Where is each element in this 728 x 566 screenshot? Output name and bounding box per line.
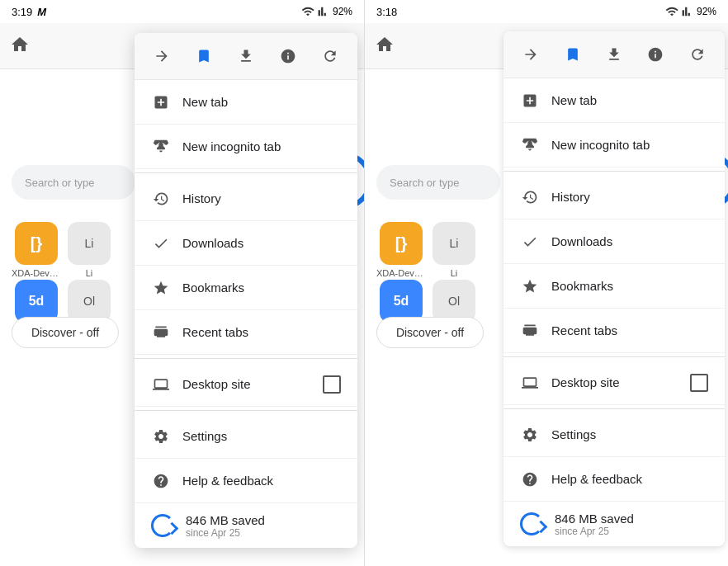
recent-tabs-icon-right bbox=[520, 321, 540, 341]
battery-right: 92% bbox=[697, 6, 716, 17]
desktop-checkbox-left[interactable] bbox=[323, 375, 341, 394]
menu-refresh-icon[interactable] bbox=[315, 41, 345, 71]
menu-item-bookmarks-right[interactable]: Bookmarks bbox=[503, 264, 725, 309]
desktop-icon-left bbox=[151, 375, 171, 394]
help-label-right: Help & feedback bbox=[551, 472, 708, 486]
menu-item-incognito-right[interactable]: New incognito tab bbox=[503, 123, 725, 167]
divider2-left bbox=[135, 358, 357, 359]
saved-sub-left: since Apr 25 bbox=[186, 527, 265, 539]
incognito-label-right: New incognito tab bbox=[551, 138, 708, 152]
savings-icon-right bbox=[520, 512, 543, 535]
recent-tabs-label-right: Recent tabs bbox=[551, 323, 708, 337]
new-tab-icon-right bbox=[520, 91, 540, 111]
menu-item-bookmarks-left[interactable]: Bookmarks bbox=[135, 266, 357, 310]
xda-icon-left: [} bbox=[15, 222, 58, 265]
menu-item-incognito-left[interactable]: New incognito tab bbox=[135, 125, 357, 169]
menu-item-history-left[interactable]: History bbox=[135, 177, 357, 221]
status-bar-right: 3:18 92% bbox=[365, 0, 728, 23]
saved-sub-right: since Apr 25 bbox=[555, 526, 634, 537]
divider1-left bbox=[135, 172, 357, 173]
menu-item-desktop-right[interactable]: Desktop site bbox=[503, 361, 725, 405]
search-bar-right[interactable]: Search or type bbox=[376, 165, 500, 200]
discover-btn-left[interactable]: Discover - off bbox=[12, 317, 119, 348]
menu-item-downloads-left[interactable]: Downloads bbox=[135, 221, 357, 266]
xda-label-right: XDA-Devel... bbox=[376, 268, 426, 278]
incognito-icon-left bbox=[151, 137, 171, 157]
discover-label-right: Discover - off bbox=[396, 326, 464, 339]
saved-text-left: 846 MB saved since Apr 25 bbox=[186, 513, 265, 539]
dropdown-menu-left: New tab New incognito tab History Downlo… bbox=[135, 33, 357, 548]
settings-label-left: Settings bbox=[182, 429, 341, 443]
new-tab-label-right: New tab bbox=[551, 93, 708, 107]
menu-item-recent-tabs-left[interactable]: Recent tabs bbox=[135, 310, 357, 355]
menu-info-icon-right[interactable] bbox=[641, 40, 670, 69]
dropdown-menu-right: New tab New incognito tab History Downlo… bbox=[503, 31, 725, 546]
menu-item-downloads-right[interactable]: Downloads bbox=[503, 219, 725, 264]
search-bar-left[interactable]: Search or type bbox=[12, 165, 135, 200]
divider2-right bbox=[503, 356, 725, 357]
li-label-left: Li bbox=[86, 268, 93, 278]
desktop-icon-right bbox=[520, 373, 540, 393]
phone-panel-right: 3:18 92% Search or type [} XDA-Devel... … bbox=[364, 0, 728, 566]
shortcut-xda-left[interactable]: [} XDA-Devel... bbox=[12, 222, 61, 278]
bookmarks-icon-right bbox=[520, 276, 540, 296]
settings-icon-left bbox=[151, 427, 171, 446]
carrier-icon-left: M bbox=[37, 6, 46, 18]
li-icon-right: Li bbox=[433, 222, 475, 265]
shortcut-li-right[interactable]: Li Li bbox=[433, 222, 475, 278]
help-icon-right bbox=[520, 469, 540, 489]
menu-download-icon[interactable] bbox=[231, 41, 261, 71]
li-icon-left: Li bbox=[68, 222, 111, 265]
menu-bookmark-icon-right[interactable] bbox=[558, 40, 588, 69]
downloads-label-right: Downloads bbox=[551, 234, 708, 248]
menu-refresh-icon-right[interactable] bbox=[683, 40, 712, 69]
menu-info-icon[interactable] bbox=[273, 41, 303, 71]
menu-forward-icon[interactable] bbox=[147, 41, 177, 71]
signal-icon bbox=[318, 5, 329, 18]
menu-download-icon-right[interactable] bbox=[599, 40, 629, 69]
incognito-label-left: New incognito tab bbox=[182, 139, 341, 153]
menu-item-help-left[interactable]: Help & feedback bbox=[135, 459, 357, 503]
status-time-left: 3:19 M bbox=[12, 6, 46, 18]
bookmarks-icon-left bbox=[151, 278, 171, 298]
li-label-right: Li bbox=[451, 268, 458, 278]
xda-label-left: XDA-Devel... bbox=[12, 268, 61, 278]
shortcut-grid-left: [} XDA-Devel... Li Li bbox=[12, 222, 111, 278]
desktop-label-right: Desktop site bbox=[551, 375, 678, 389]
menu-bookmark-icon[interactable] bbox=[189, 41, 219, 71]
divider3-right bbox=[503, 408, 725, 409]
status-icons-left: 92% bbox=[301, 5, 352, 18]
divider3-left bbox=[135, 410, 357, 411]
new-tab-icon-left bbox=[151, 92, 171, 112]
home-icon-left[interactable] bbox=[10, 35, 30, 58]
incognito-icon-right bbox=[520, 135, 540, 155]
savings-icon-left bbox=[151, 514, 174, 537]
history-label-right: History bbox=[551, 190, 708, 204]
menu-item-recent-tabs-right[interactable]: Recent tabs bbox=[503, 309, 725, 353]
battery-left: 92% bbox=[333, 6, 352, 17]
bookmarks-label-left: Bookmarks bbox=[182, 281, 341, 295]
menu-toolbar-left bbox=[135, 33, 357, 80]
discover-btn-right[interactable]: Discover - off bbox=[376, 317, 484, 348]
history-icon-right bbox=[520, 187, 540, 207]
menu-forward-icon-right[interactable] bbox=[516, 40, 546, 69]
shortcut-xda-right[interactable]: [} XDA-Devel... bbox=[376, 222, 426, 278]
menu-item-settings-right[interactable]: Settings bbox=[503, 413, 725, 457]
wifi-icon bbox=[301, 5, 314, 18]
menu-item-history-right[interactable]: History bbox=[503, 175, 725, 219]
shortcut-li-left[interactable]: Li Li bbox=[68, 222, 111, 278]
menu-item-new-tab-left[interactable]: New tab bbox=[135, 80, 357, 125]
downloads-icon-right bbox=[520, 232, 540, 252]
downloads-label-left: Downloads bbox=[182, 236, 341, 250]
desktop-checkbox-right[interactable] bbox=[690, 374, 708, 392]
new-tab-label-left: New tab bbox=[182, 95, 341, 109]
status-icons-right: 92% bbox=[665, 5, 716, 18]
shortcut-grid-right: [} XDA-Devel... Li Li bbox=[376, 222, 475, 278]
home-icon-right[interactable] bbox=[375, 35, 395, 58]
menu-item-saved-right: 846 MB saved since Apr 25 bbox=[503, 502, 725, 546]
menu-item-help-right[interactable]: Help & feedback bbox=[503, 457, 725, 502]
menu-item-desktop-left[interactable]: Desktop site bbox=[135, 362, 357, 407]
settings-icon-right bbox=[520, 425, 540, 445]
menu-item-settings-left[interactable]: Settings bbox=[135, 414, 357, 459]
menu-item-new-tab-right[interactable]: New tab bbox=[503, 78, 725, 123]
